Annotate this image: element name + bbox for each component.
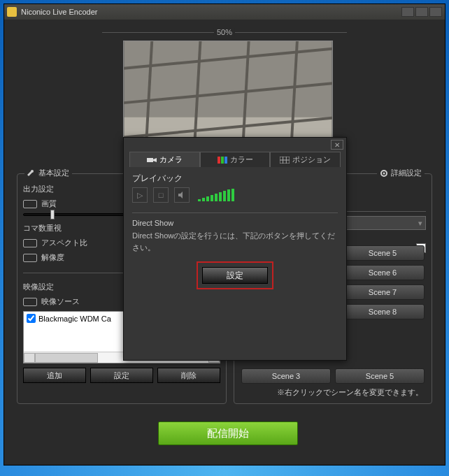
close-button[interactable] xyxy=(429,7,442,17)
directshow-text: Direct Showの設定を行うには、下記のボタンを押してください。 xyxy=(132,230,338,253)
maximize-button[interactable] xyxy=(415,7,428,17)
directshow-highlight: 設定 xyxy=(197,261,273,289)
source-checkbox[interactable] xyxy=(27,314,36,323)
play-button[interactable]: ▷ xyxy=(132,187,148,203)
svg-rect-4 xyxy=(147,158,153,162)
svg-rect-7 xyxy=(224,157,227,164)
start-broadcast-button[interactable]: 配信開始 xyxy=(158,421,298,445)
app-window: Niconico Live Encoder 50% 基本設定 xyxy=(3,3,446,466)
svg-rect-5 xyxy=(218,157,220,164)
vu-meter xyxy=(198,189,234,201)
minimize-button[interactable] xyxy=(401,7,414,17)
gear-icon xyxy=(380,169,388,178)
quality-label: 画質 xyxy=(41,199,57,209)
aspect-icon xyxy=(23,239,37,247)
resolution-label: 解像度 xyxy=(41,252,64,263)
tab-color[interactable]: カラー xyxy=(200,152,271,167)
scroll-thumb[interactable] xyxy=(35,353,98,363)
basic-settings-legend: 基本設定 xyxy=(24,168,72,178)
directshow-settings-button[interactable]: 設定 xyxy=(202,267,268,284)
quality-icon xyxy=(23,200,37,208)
scene-button-8[interactable]: Scene 8 xyxy=(341,304,425,319)
app-logo-icon xyxy=(7,7,17,17)
frame-priority-label: コマ数重視 xyxy=(23,223,62,233)
wrench-icon xyxy=(27,169,36,178)
stop-button[interactable]: □ xyxy=(153,187,169,203)
chevron-down-icon: ▾ xyxy=(418,219,422,228)
tab-camera[interactable]: カメラ xyxy=(129,152,200,167)
window-title: Niconico Live Encoder xyxy=(21,8,401,16)
svg-point-3 xyxy=(383,172,385,174)
settings-button[interactable]: 設定 xyxy=(90,368,153,383)
tab-position[interactable]: ポジション xyxy=(270,152,341,167)
directshow-title: Direct Show xyxy=(132,219,338,227)
camera-icon xyxy=(147,157,157,164)
delete-button[interactable]: 削除 xyxy=(157,368,220,383)
aspect-label: アスペクト比 xyxy=(41,238,87,248)
scene-button-5[interactable]: Scene 5 xyxy=(341,245,425,261)
zoom-label: 50% xyxy=(214,28,235,36)
grid-icon xyxy=(280,157,290,164)
camera-settings-dialog: ✕ カメラ カラー ポジション プレイバック ▷ □ xyxy=(123,137,347,361)
scene-grid: Scene 3 Scene 5 xyxy=(241,368,425,384)
scene-note: ※右クリックでシーン名を変更できます。 xyxy=(277,387,423,398)
scene-button-5[interactable]: Scene 5 xyxy=(335,368,425,384)
video-source-label: 映像ソース xyxy=(41,296,80,307)
speaker-icon xyxy=(178,191,186,199)
scroll-left-button[interactable] xyxy=(24,353,35,363)
video-source-icon xyxy=(23,298,37,306)
add-button[interactable]: 追加 xyxy=(23,368,86,383)
tab-position-label: ポジション xyxy=(292,154,331,165)
playback-label: プレイバック xyxy=(132,173,338,185)
scene-button-6[interactable]: Scene 6 xyxy=(341,265,425,280)
advanced-settings-label: 詳細設定 xyxy=(391,168,422,178)
titlebar: Niconico Live Encoder xyxy=(4,4,445,20)
scene-button-7[interactable]: Scene 7 xyxy=(341,284,425,300)
slider-thumb[interactable] xyxy=(50,210,55,219)
mute-button[interactable] xyxy=(174,187,190,203)
basic-settings-label: 基本設定 xyxy=(38,168,69,178)
resolution-icon xyxy=(23,254,37,262)
scene-button-3[interactable]: Scene 3 xyxy=(241,368,331,384)
advanced-settings-legend: 詳細設定 xyxy=(377,168,425,178)
color-icon xyxy=(218,157,227,164)
tab-color-label: カラー xyxy=(230,154,253,165)
tab-camera-label: カメラ xyxy=(159,154,183,165)
source-item-label: Blackmagic WDM Ca xyxy=(38,315,111,323)
dialog-close-button[interactable]: ✕ xyxy=(331,140,343,150)
svg-rect-6 xyxy=(221,157,224,164)
